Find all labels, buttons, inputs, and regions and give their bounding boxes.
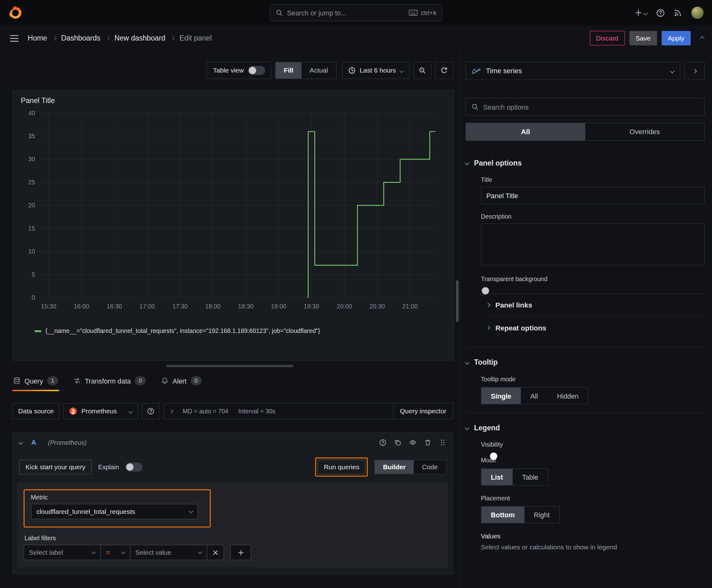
options-search-input[interactable] xyxy=(483,103,699,111)
keyboard-icon xyxy=(409,9,418,16)
chevron-right-icon xyxy=(486,303,490,307)
tab-alert[interactable]: Alert 0 xyxy=(160,372,202,391)
transparent-background-field: Transparent background xyxy=(481,276,705,283)
tooltip-mode-hidden[interactable]: Hidden xyxy=(547,387,588,404)
interval-stat: Interval = 30s xyxy=(238,408,275,415)
menu-toggle-button[interactable] xyxy=(10,35,19,42)
datasource-help-button[interactable] xyxy=(142,403,160,419)
repeat-options-label: Repeat options xyxy=(495,324,546,332)
collapse-query-icon[interactable] xyxy=(19,440,23,444)
grafana-edit-panel-page: ctrl+k Home Dashboards New dashboard xyxy=(0,0,712,588)
tab-all[interactable]: All xyxy=(466,123,585,141)
refresh-button[interactable] xyxy=(435,62,453,79)
builder-option[interactable]: Builder xyxy=(375,460,414,474)
time-range-picker[interactable]: Last 6 hours xyxy=(342,62,409,79)
eye-icon[interactable] xyxy=(409,439,416,446)
news-button[interactable] xyxy=(674,8,682,17)
panel-preview: Panel Title 051015202530354015:3016:0016… xyxy=(12,90,454,361)
explain-toggle[interactable] xyxy=(125,462,143,471)
panel-options-header[interactable]: Panel options xyxy=(466,159,705,167)
tooltip-header[interactable]: Tooltip xyxy=(466,358,705,366)
visualization-picker[interactable]: Time series xyxy=(466,62,680,80)
apply-button[interactable]: Apply xyxy=(662,31,691,45)
duplicate-icon[interactable] xyxy=(394,439,402,446)
add-filter-button[interactable] xyxy=(230,545,251,560)
placement-bottom[interactable]: Bottom xyxy=(481,507,524,523)
legend-mode-table[interactable]: Table xyxy=(513,469,548,485)
refresh-icon xyxy=(440,67,448,74)
all-overrides-segment: All Overrides xyxy=(466,123,705,141)
main-area: Table view Fill Actual Last 6 hours xyxy=(0,51,712,588)
operator-value: = xyxy=(106,549,110,556)
run-queries-button[interactable]: Run queries xyxy=(317,460,366,474)
legend-mode-list[interactable]: List xyxy=(481,469,512,485)
breadcrumb-new-dashboard[interactable]: New dashboard xyxy=(114,34,165,42)
operator-dropdown[interactable]: = xyxy=(101,545,130,560)
query-inspector-button[interactable]: Query inspector xyxy=(393,403,453,419)
query-header-actions xyxy=(379,439,447,446)
query-options-bar[interactable]: MD = auto = 704 Interval = 30s Query ins… xyxy=(164,403,453,419)
repeat-options-row[interactable]: Repeat options xyxy=(486,316,705,339)
scrollbar[interactable] xyxy=(456,280,459,322)
select-value-dropdown[interactable]: Select value xyxy=(130,545,207,560)
collapse-header-button[interactable] xyxy=(701,37,704,40)
help-icon[interactable] xyxy=(379,439,386,446)
user-avatar[interactable] xyxy=(691,6,704,19)
tooltip-mode-single[interactable]: Single xyxy=(481,387,521,404)
zoom-out-button[interactable] xyxy=(413,62,431,79)
drag-handle-icon[interactable] xyxy=(439,439,447,446)
fill-option[interactable]: Fill xyxy=(276,62,301,79)
breadcrumb-dashboards[interactable]: Dashboards xyxy=(61,34,101,42)
timeseries-chart[interactable]: 051015202530354015:3016:0016:3017:0017:3… xyxy=(19,107,447,328)
edit-pane: Table view Fill Actual Last 6 hours xyxy=(0,51,459,588)
kick-start-button[interactable]: Kick start your query xyxy=(19,460,92,474)
legend-header[interactable]: Legend xyxy=(466,424,705,432)
discard-button[interactable]: Discard xyxy=(589,31,625,45)
svg-text:18:00: 18:00 xyxy=(205,303,221,310)
tab-query[interactable]: Query 1 xyxy=(12,372,59,391)
legend-series-label[interactable]: {__name__="cloudflared_tunnel_total_requ… xyxy=(45,328,320,335)
code-option[interactable]: Code xyxy=(414,460,446,474)
tooltip-mode-all[interactable]: All xyxy=(521,387,547,404)
grafana-logo-icon[interactable] xyxy=(8,5,23,20)
datasource-label-chip: Data source xyxy=(12,403,60,419)
shortcut-hint: ctrl+k xyxy=(409,9,436,16)
global-search-bar[interactable]: ctrl+k xyxy=(270,4,442,21)
metric-select[interactable]: cloudflared_tunnel_total_requests xyxy=(31,504,198,519)
breadcrumb-home[interactable]: Home xyxy=(28,34,47,42)
collapse-options-button[interactable] xyxy=(684,62,705,80)
description-input[interactable] xyxy=(481,224,705,266)
save-button[interactable]: Save xyxy=(629,31,657,45)
svg-text:15: 15 xyxy=(28,225,35,232)
add-menu-button[interactable] xyxy=(635,9,647,16)
visualization-name: Time series xyxy=(486,67,522,75)
trash-icon[interactable] xyxy=(424,439,431,446)
panel-links-row[interactable]: Panel links xyxy=(486,293,705,316)
alert-count-badge: 0 xyxy=(191,376,201,385)
datasource-picker[interactable]: Prometheus xyxy=(63,403,138,419)
global-search-input[interactable] xyxy=(287,9,405,17)
chevron-down-icon xyxy=(128,409,133,413)
options-search[interactable] xyxy=(466,98,705,116)
svg-text:0: 0 xyxy=(32,294,35,301)
legend-placement-field: Placement Bottom Right xyxy=(481,495,705,523)
timeseries-viz-icon xyxy=(472,68,481,74)
svg-text:19:00: 19:00 xyxy=(271,303,286,310)
select-label-dropdown[interactable]: Select label xyxy=(24,545,101,560)
search-icon xyxy=(471,103,478,110)
metric-value: cloudflared_tunnel_total_requests xyxy=(37,508,135,515)
pane-resize-handle[interactable] xyxy=(166,365,293,367)
tab-overrides[interactable]: Overrides xyxy=(585,123,705,141)
shortcut-text: ctrl+k xyxy=(421,9,436,16)
legend-mode-field: Mode List Table xyxy=(481,457,705,486)
actual-option[interactable]: Actual xyxy=(301,62,336,79)
help-button[interactable] xyxy=(656,8,665,17)
datasource-label: Data source xyxy=(18,407,54,415)
panel-title-input[interactable] xyxy=(481,187,705,204)
tab-query-label: Query xyxy=(24,377,43,385)
chevron-down-icon xyxy=(465,161,469,165)
remove-filter-button[interactable] xyxy=(207,545,224,560)
placement-right[interactable]: Right xyxy=(524,507,559,523)
table-view-toggle[interactable] xyxy=(248,66,265,75)
tab-transform-data[interactable]: Transform data 0 xyxy=(72,372,147,391)
